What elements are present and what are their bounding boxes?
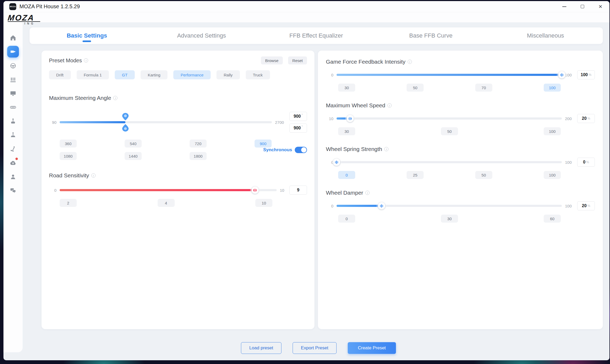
wheel-speed-title: Maximum Wheel Speed [326,102,385,109]
load-preset-button[interactable]: Load preset [241,342,281,354]
create-preset-button[interactable]: Create Preset [348,342,396,354]
spring-preset-100[interactable]: 100 [544,171,561,179]
sidebar-item-pedals[interactable] [7,74,19,86]
sidebar-item-sequential-shifter[interactable] [7,143,19,155]
pedals-icon [10,76,17,83]
browse-button[interactable]: Browse [261,56,283,64]
wheel-damper-input[interactable]: 20% [577,201,595,210]
ffb-preset-30[interactable]: 30 [338,84,355,92]
ffb-preset-100[interactable]: 100 [544,84,561,92]
info-icon[interactable]: i [365,191,370,195]
ffb-intensity-handle[interactable] [558,71,566,79]
active-tab-indicator [83,40,91,42]
info-icon[interactable]: i [113,96,117,100]
basic-settings-right-panel: Game Force Feedback Intensityi 0 100 100… [318,51,603,329]
speed-preset-30[interactable]: 30 [338,127,355,135]
sidebar-item-feedback[interactable] [7,185,19,197]
angle-preset-1080[interactable]: 1080 [60,152,77,160]
angle-preset-1440[interactable]: 1440 [125,152,142,160]
preset-modes-title: Preset Modes [49,58,82,64]
synchronous-toggle[interactable] [295,147,307,153]
sidebar-item-cloud-update[interactable] [7,157,19,169]
tab-label: Miscellaneous [527,32,564,39]
basic-settings-left-panel: Preset Modesi Browse Reset Drift Formula… [42,51,314,329]
preset-mode-drift[interactable]: Drift [49,70,71,79]
tab-label: Basic Settings [67,32,107,39]
tab-miscellaneous[interactable]: Miscellaneous [488,27,603,44]
sidebar-item-wheelbase[interactable] [7,46,19,58]
handbrake-icon [10,132,17,138]
speed-preset-100[interactable]: 100 [544,127,561,135]
ffb-intensity-input[interactable]: 100% [577,70,595,79]
spring-preset-25[interactable]: 25 [407,171,424,179]
ffb-preset-70[interactable]: 70 [475,84,492,92]
maximize-button[interactable] [573,1,591,12]
road-sensitivity-slider[interactable] [60,189,277,191]
info-icon[interactable]: i [387,103,392,108]
angle-preset-360[interactable]: 360 [60,140,77,148]
angle-preset-720[interactable]: 720 [190,140,207,148]
ffb-preset-50[interactable]: 50 [407,84,424,92]
sidebar-item-monitor[interactable] [7,88,19,99]
road-sensitivity-handle[interactable] [251,187,259,194]
sidebar-item-dashboard[interactable] [7,101,19,113]
minimize-button[interactable] [555,1,573,12]
angle-preset-1800[interactable]: 1800 [190,152,207,160]
wheel-speed-input[interactable]: 20% [577,114,595,123]
tab-basic-settings[interactable]: Basic Settings [30,27,144,44]
wheel-damper-slider[interactable] [337,205,562,207]
damper-preset-60[interactable]: 60 [544,215,561,223]
preset-mode-gt[interactable]: GT [115,70,135,79]
monitor-icon [10,90,17,97]
preset-mode-performance[interactable]: Performance [173,70,211,79]
steering-angle-handle-bottom[interactable] [122,124,129,132]
steering-angle-input-top[interactable]: 900° [289,112,307,121]
preset-mode-truck[interactable]: Truck [246,70,270,79]
angle-preset-900[interactable]: 900 [255,140,272,148]
tab-advanced-settings[interactable]: Advanced Settings [144,27,259,44]
steering-angle-handle-top[interactable] [122,113,129,120]
preset-mode-rally[interactable]: Rally [216,70,240,79]
road-preset-10[interactable]: 10 [255,199,272,207]
spring-strength-input[interactable]: 0% [577,158,595,167]
reset-button[interactable]: Reset [288,56,307,64]
wheel-damper-max: 100 [565,204,574,208]
damper-preset-0[interactable]: 0 [338,215,355,223]
export-preset-button[interactable]: Export Preset [293,342,337,354]
preset-mode-formula1[interactable]: Formula 1 [77,70,109,79]
spring-preset-0[interactable]: 0 [338,171,355,179]
maximize-icon [581,5,584,8]
wheel-speed-handle[interactable] [346,115,354,122]
ffb-intensity-title: Game Force Feedback Intensity [326,59,406,65]
sidebar-item-joystick[interactable] [7,115,19,127]
road-sensitivity-min: 0 [49,188,56,193]
info-icon[interactable]: i [84,58,88,63]
titlebar: MOZA MOZA Pit House 1.2.5.29 ✕ [3,1,609,12]
wheel-speed-min: 10 [326,116,333,121]
road-preset-4[interactable]: 4 [158,199,175,207]
steering-angle-input-bottom[interactable]: 900° [289,124,307,133]
spring-preset-50[interactable]: 50 [475,171,492,179]
steering-angle-slider[interactable] [60,121,272,123]
tab-base-ffb-curve[interactable]: Base FFB Curve [374,27,488,44]
wheel-damper-handle[interactable] [378,202,385,210]
damper-preset-30[interactable]: 30 [441,215,458,223]
road-preset-2[interactable]: 2 [60,199,77,207]
info-icon[interactable]: i [408,60,412,64]
tab-ffb-effect-equalizer[interactable]: FFB Effect Equalizer [259,27,374,44]
ffb-intensity-slider[interactable] [337,74,562,76]
speed-preset-50[interactable]: 50 [441,127,458,135]
sidebar-item-steering-wheel[interactable] [7,60,19,72]
info-icon[interactable]: i [384,147,388,151]
sidebar-item-home[interactable] [7,32,19,44]
spring-strength-slider[interactable] [337,161,562,163]
angle-preset-540[interactable]: 540 [125,140,142,148]
spring-strength-handle[interactable] [333,159,340,166]
preset-mode-karting[interactable]: Karting [141,70,168,79]
wheel-speed-slider[interactable] [337,117,562,120]
sidebar-item-user[interactable] [7,171,19,183]
close-button[interactable]: ✕ [591,1,609,12]
sidebar-item-handbrake[interactable] [7,129,19,141]
info-icon[interactable]: i [91,173,96,178]
road-sensitivity-input[interactable]: 9 [289,186,307,195]
